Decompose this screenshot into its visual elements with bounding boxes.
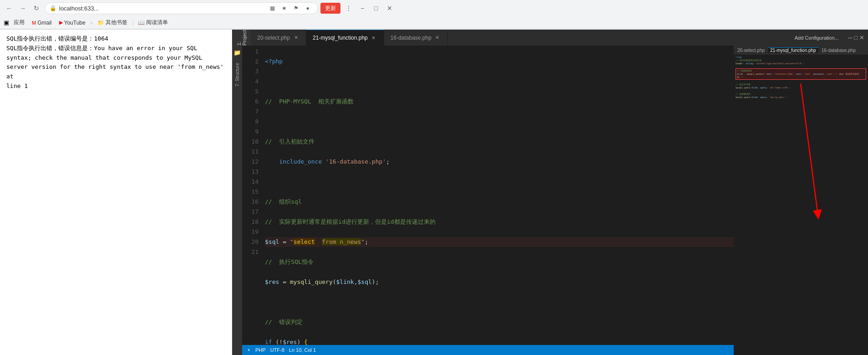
code-line-15: if (!$res) {: [265, 337, 734, 345]
code-line-14: // 错误判定: [265, 317, 734, 327]
bookmark-gmail-label: Gmail: [37, 20, 51, 26]
tab-16database-label: 16-database.php: [391, 35, 431, 41]
editor-and-minimap: 📁 7: Structure 12345 678910 1112131415 1…: [232, 46, 868, 355]
code-line-3: // PHP-MYSQL 相关扩展函数: [265, 97, 734, 107]
tab-20select-label: 20-select.php: [257, 35, 290, 41]
profile-button[interactable]: ●: [303, 3, 313, 13]
bookmark-folder-icon: 📁: [97, 20, 104, 26]
code-editor[interactable]: <?php // PHP-MYSQL 相关扩展函数 // 引入初始文件 incl…: [263, 46, 734, 345]
vscode-tab-21mysql[interactable]: 21-mysql_function.php ✕: [306, 30, 384, 46]
star-button[interactable]: ★: [279, 3, 289, 13]
code-line-4: [265, 117, 734, 127]
code-line-12: $res = mysqli_query($link,$sql);: [265, 277, 734, 287]
tab-21mysql-label: 21-mysql_function.php: [313, 35, 368, 41]
error-line2a: SQL指令执行出错，错误信息是：You have an error in you…: [6, 44, 225, 53]
minimap-panel: 20-select.php 21-mysql_function.php 16-d…: [734, 46, 868, 355]
forward-button[interactable]: →: [17, 3, 28, 14]
status-linecol: Ln 10, Col 1: [289, 347, 316, 353]
reading-icon: 📖: [138, 20, 145, 26]
red-arrow-annotation: [734, 55, 868, 355]
update-menu-button[interactable]: ⋮: [343, 3, 354, 14]
error-line2b: syntax; check the manual that correspond…: [6, 53, 225, 63]
qr-button[interactable]: ▦: [267, 3, 277, 13]
error-line2c: server version for the right syntax to u…: [6, 62, 225, 82]
navigation-bar: ← → ↻ 🔒 localhost:633... ▦ ★ ⚑ ● 更新 ⋮ − …: [0, 0, 868, 16]
bookmark-separator2: |: [132, 20, 133, 26]
svg-line-0: [801, 84, 818, 215]
error-line1: SQL指令执行出错，错误编号是：1064: [6, 34, 225, 44]
vscode-tab-16database[interactable]: 16-database.php ✕: [384, 30, 448, 46]
maximize-button[interactable]: □: [371, 3, 381, 14]
bookmark-apps-label: 应用: [14, 19, 25, 26]
minimap-code-preview: <?php // 初始化数据库的初始化 header( string: 'Con…: [734, 55, 868, 355]
address-bar[interactable]: 🔒 localhost:633... ▦ ★ ⚑ ●: [45, 2, 318, 14]
apps-icon: ▣: [4, 19, 9, 26]
minimap-lines: <?php // 初始化数据库的初始化 header( string: 'Con…: [736, 56, 866, 99]
browser-page-content: SQL指令执行出错，错误编号是：1064 SQL指令执行出错，错误信息是：You…: [0, 30, 232, 355]
back-button[interactable]: ←: [4, 3, 15, 14]
editor-body: 12345 678910 1112131415 1617181920 21 <?…: [242, 46, 734, 345]
code-line-1: <?php: [265, 57, 734, 67]
error-line2d: line 1: [6, 82, 225, 91]
explorer-icon[interactable]: 📁: [232, 47, 242, 57]
close-icon[interactable]: ✕: [859, 34, 864, 41]
editor-main: 12345 678910 1112131415 1617181920 21 <?…: [242, 46, 734, 355]
structure-icon[interactable]: 7: Structure: [234, 61, 241, 88]
gmail-icon: M: [32, 20, 36, 26]
add-configuration-button[interactable]: Add Configuration...: [789, 35, 844, 41]
address-text: localhost:633...: [59, 5, 264, 12]
maximize-icon[interactable]: □: [854, 34, 858, 41]
code-line-5: // 引入初始文件: [265, 137, 734, 147]
tab-21mysql-close[interactable]: ✕: [370, 34, 377, 41]
vscode-tab-bar: 1: Project 20-select.php ✕ 21-mysql_func…: [232, 30, 868, 46]
minimap-tab-21mysql[interactable]: 21-mysql_function.php: [768, 47, 818, 53]
bookmark-reading[interactable]: 📖 阅读清单: [135, 18, 171, 27]
code-line-8: // 组织sql: [265, 197, 734, 207]
lock-icon: 🔒: [50, 5, 56, 11]
minimize-icon[interactable]: ─: [848, 34, 852, 41]
project-sidebar-label: 1: Project: [232, 30, 251, 46]
tab-16database-close[interactable]: ✕: [434, 34, 441, 41]
bookmark-gmail[interactable]: M Gmail: [29, 19, 55, 27]
bookmark-separator: »: [90, 20, 93, 26]
line-numbers-gutter: 12345 678910 1112131415 1617181920 21: [242, 46, 263, 345]
minimap-tab-bar: 20-select.php 21-mysql_function.php 16-d…: [734, 46, 868, 55]
bookmarks-bar: ▣ 应用 M Gmail ▶ YouTube » 📁 其他书签 | 📖 阅读清单: [0, 16, 868, 29]
code-line-10: $sql = "select from n_news";: [265, 237, 734, 247]
status-encoding: UTF-8: [270, 347, 284, 353]
address-actions: ▦ ★ ⚑ ●: [267, 3, 313, 13]
tab-20select-close[interactable]: ✕: [292, 34, 299, 41]
code-line-13: [265, 297, 734, 307]
status-bar: ⚬ PHP UTF-8 Ln 10, Col 1: [242, 345, 734, 355]
error-output: SQL指令执行出错，错误编号是：1064 SQL指令执行出错，错误信息是：You…: [6, 34, 225, 91]
bookmark-youtube-label: YouTube: [64, 20, 86, 26]
minimap-tab-16database[interactable]: 16-database.php: [819, 48, 858, 53]
status-php: PHP: [255, 347, 266, 353]
code-line-6: include_once '16-database.php';: [265, 157, 734, 167]
main-area: SQL指令执行出错，错误编号是：1064 SQL指令执行出错，错误信息是：You…: [0, 30, 868, 355]
bookmark-reading-label: 阅读清单: [146, 19, 168, 26]
bookmark-button[interactable]: ⚑: [291, 3, 301, 13]
code-line-2: [265, 77, 734, 87]
bookmark-youtube[interactable]: ▶ YouTube: [56, 19, 88, 27]
bookmark-apps[interactable]: 应用: [11, 18, 27, 27]
vscode-header: 1: Project 20-select.php ✕ 21-mysql_func…: [232, 30, 868, 46]
reload-button[interactable]: ↻: [31, 3, 42, 14]
code-line-7: [265, 177, 734, 187]
git-branch-icon: ⚬: [247, 347, 251, 353]
close-window-button[interactable]: ✕: [384, 3, 395, 14]
window-controls: ─ □ ✕: [844, 34, 868, 41]
minimap-tab-20select[interactable]: 20-select.php: [735, 48, 767, 53]
bookmark-others[interactable]: 📁 其他书签: [95, 18, 130, 27]
activity-bar: 📁 7: Structure: [232, 46, 242, 355]
code-line-11: // 执行SQL指令: [265, 257, 734, 267]
update-button[interactable]: 更新: [320, 3, 340, 14]
code-line-9: // 实际更新时通常是根据id进行更新，但是id都是传递过来的: [265, 217, 734, 227]
bookmark-others-label: 其他书签: [106, 19, 127, 26]
vscode-tab-20select[interactable]: 20-select.php ✕: [251, 30, 306, 46]
minimize-button[interactable]: −: [357, 3, 368, 14]
vscode-editor: 1: Project 20-select.php ✕ 21-mysql_func…: [232, 30, 868, 355]
youtube-icon: ▶: [59, 20, 63, 26]
